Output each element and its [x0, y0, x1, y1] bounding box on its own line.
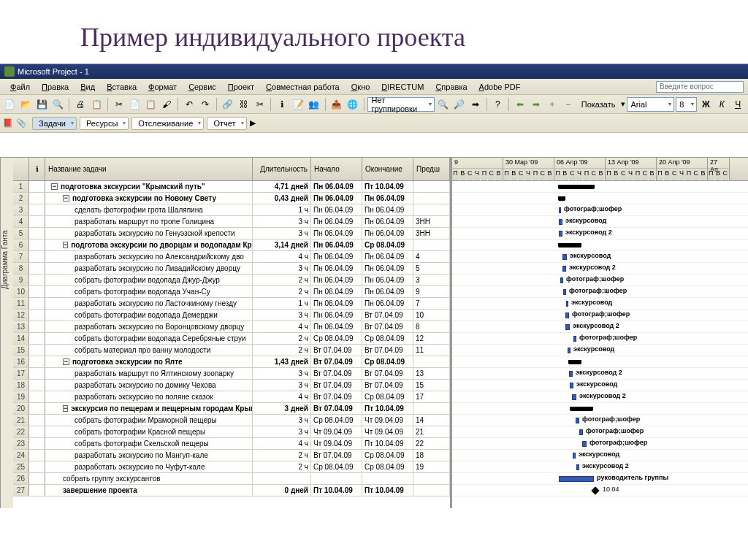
underline-button[interactable]: Ч	[730, 96, 745, 112]
gantt-row[interactable]: фотограф;шофер	[452, 275, 748, 286]
summary-bar[interactable]	[559, 196, 565, 201]
publish-icon[interactable]: 📤	[329, 96, 344, 112]
gantt-row[interactable]: экскурсовод	[452, 380, 748, 391]
gantt-row[interactable]: фотограф;шофер	[452, 310, 748, 321]
end-cell[interactable]	[362, 473, 413, 484]
task-name-cell[interactable]: разработать маршрут по тропе Голицина	[45, 216, 253, 227]
task-name-cell[interactable]: собрать материал про ванну молодости	[45, 345, 253, 356]
start-cell[interactable]: Ср 08.04.09	[311, 333, 362, 344]
zoom-out-icon[interactable]: 🔎	[452, 96, 467, 112]
pred-cell[interactable]: 17	[413, 391, 450, 402]
unlink-icon[interactable]: ⛓	[237, 96, 251, 112]
task-row[interactable]: 7разработать экскурсию по Александрийско…	[13, 251, 450, 263]
task-name-cell[interactable]: разработать экскурсию по Чуфут-кале	[45, 461, 253, 472]
row-number[interactable]: 12	[13, 310, 29, 321]
col-pred[interactable]: Предш	[413, 158, 450, 180]
gantt-row[interactable]: экскурсовод 2	[452, 391, 748, 403]
task-bar[interactable]	[568, 348, 570, 353]
start-cell[interactable]: Пн 06.04.09	[311, 298, 362, 309]
row-number[interactable]: 20	[13, 403, 29, 414]
split-icon[interactable]: ✂	[253, 96, 267, 112]
task-name-cell[interactable]: собрать фотографии водопада Серебряные с…	[45, 333, 253, 344]
row-info[interactable]	[29, 263, 45, 274]
tracking-pill[interactable]: Отслеживание	[131, 117, 204, 130]
end-cell[interactable]: Ср 08.04.09	[362, 356, 413, 367]
gantt-row[interactable]	[452, 403, 748, 415]
start-cell[interactable]: Пн 06.04.09	[311, 181, 362, 192]
gantt-row[interactable]: экскурсовод	[452, 298, 748, 310]
menu-item[interactable]: Формат	[142, 83, 183, 91]
pred-cell[interactable]: 18	[413, 450, 450, 461]
gantt-row[interactable]: экскурсовод	[452, 345, 748, 356]
end-cell[interactable]: Ср 08.04.09	[362, 391, 413, 402]
duration-cell[interactable]: 4 ч	[253, 321, 311, 332]
end-cell[interactable]: Пт 10.04.09	[362, 403, 413, 414]
row-number[interactable]: 3	[13, 204, 29, 215]
task-name-cell[interactable]: собрать фотографии водопада Учан-Су	[45, 286, 253, 297]
goto-icon[interactable]: ➡	[468, 96, 483, 112]
end-cell[interactable]: Пт 10.04.09	[362, 181, 413, 192]
col-start[interactable]: Начало	[311, 158, 362, 180]
task-row[interactable]: 25разработать экскурсию по Чуфут-кале2 ч…	[13, 461, 450, 473]
row-number[interactable]: 6	[13, 239, 29, 250]
task-bar[interactable]	[566, 301, 568, 307]
menu-item[interactable]: Adobe PDF	[473, 83, 527, 91]
summary-bar[interactable]	[569, 360, 581, 364]
link-icon[interactable]: 🔗	[221, 96, 235, 112]
row-info[interactable]	[29, 298, 45, 309]
start-cell[interactable]: Вт 07.04.09	[311, 345, 362, 356]
row-info[interactable]	[29, 438, 45, 449]
task-row[interactable]: 21собрать фотографии Мраморной пещеры3 ч…	[13, 415, 450, 426]
font-dropdown[interactable]: Arial	[627, 97, 674, 112]
search-icon[interactable]: 🔍	[51, 96, 66, 112]
row-number[interactable]: 8	[13, 263, 29, 274]
gantt-row[interactable]: 10.04	[452, 485, 748, 496]
row-number[interactable]: 7	[13, 251, 29, 262]
pred-cell[interactable]: 9	[413, 286, 450, 297]
end-cell[interactable]: Пн 06.04.09	[362, 251, 413, 262]
gantt-row[interactable]: экскурсовод 2	[452, 368, 748, 380]
pred-cell[interactable]: 5	[413, 263, 450, 274]
duration-cell[interactable]: 2 ч	[253, 275, 311, 285]
end-cell[interactable]: Пн 06.04.09	[362, 263, 413, 274]
end-cell[interactable]: Пн 06.04.09	[362, 228, 413, 239]
menu-item[interactable]: Вид	[75, 83, 101, 91]
menu-item[interactable]: Окно	[346, 83, 376, 91]
pred-cell[interactable]	[413, 356, 450, 367]
row-number[interactable]: 2	[13, 193, 29, 204]
duration-cell[interactable]: 3 ч	[253, 426, 311, 437]
summary-bar[interactable]	[559, 243, 581, 248]
row-info[interactable]	[29, 251, 45, 262]
gantt-row[interactable]: фотограф;шофер	[452, 415, 748, 426]
end-cell[interactable]: Пн 06.04.09	[362, 193, 413, 204]
task-bar[interactable]	[573, 336, 576, 342]
row-number[interactable]: 27	[13, 485, 29, 496]
task-bar[interactable]	[562, 254, 567, 260]
arrow-left-icon[interactable]: ⬅	[513, 96, 527, 112]
pred-cell[interactable]: 21	[413, 426, 450, 437]
duration-cell[interactable]: 1 ч	[253, 204, 311, 215]
task-row[interactable]: 23собрать фотографи Скельской пещеры4 чЧ…	[13, 438, 450, 450]
task-name-cell[interactable]: разработать экскурсию по Ласточкиному гн…	[45, 298, 253, 309]
outline-toggle[interactable]: −	[63, 195, 69, 202]
row-number[interactable]: 16	[13, 356, 29, 367]
minus-icon[interactable]: −	[561, 96, 576, 112]
help-search[interactable]	[656, 81, 744, 93]
pred-cell[interactable]	[413, 193, 450, 204]
end-cell[interactable]: Пн 06.04.09	[362, 216, 413, 227]
pred-cell[interactable]: 10	[413, 310, 450, 321]
arrow-right-icon[interactable]: ➡	[529, 96, 543, 112]
task-name-cell[interactable]: завершение проекта	[45, 485, 253, 496]
italic-button[interactable]: К	[714, 96, 729, 112]
menu-item[interactable]: Правка	[36, 83, 75, 91]
row-number[interactable]: 11	[13, 298, 29, 309]
row-number[interactable]: 9	[13, 275, 29, 285]
start-cell[interactable]: Ср 08.04.09	[311, 461, 362, 472]
format-painter-icon[interactable]: 🖌	[160, 96, 175, 112]
row-info[interactable]	[29, 193, 45, 204]
row-number[interactable]: 18	[13, 380, 29, 391]
start-cell[interactable]: Вт 07.04.09	[311, 403, 362, 414]
task-name-cell[interactable]: собрать фотографии Мраморной пещеры	[45, 415, 253, 426]
task-row[interactable]: 4разработать маршрут по тропе Голицина3 …	[13, 216, 450, 228]
pred-cell[interactable]: 19	[413, 461, 450, 472]
